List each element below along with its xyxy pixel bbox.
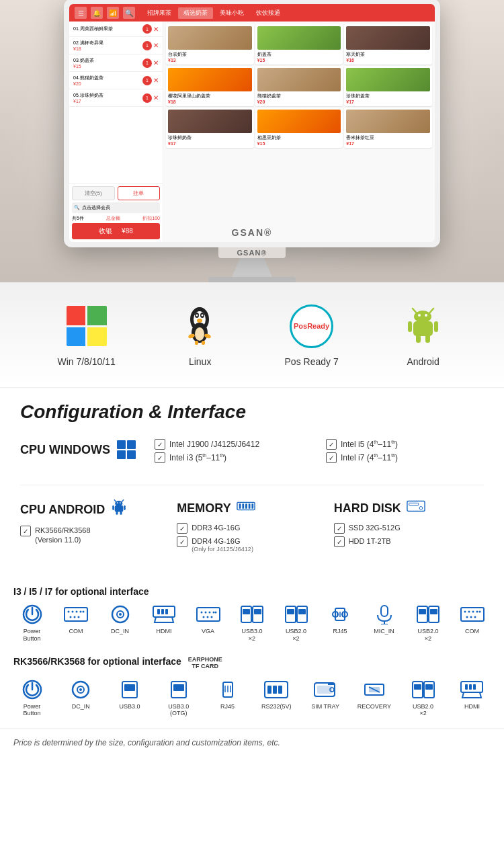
del-2[interactable]: ✕ <box>153 42 159 49</box>
memory-spec-icon <box>237 499 255 518</box>
svg-point-16 <box>418 314 421 317</box>
monitor-bottom-bar: GSAN® <box>218 247 286 258</box>
del-3[interactable]: ✕ <box>153 59 159 67</box>
cpu-windows-row: CPU WINDOWS ✓ Intel J1900 /J4125/J6412 ✓… <box>20 439 484 463</box>
memory-label: MEMORY <box>177 501 230 516</box>
os-section: Win 7/8/10/11 Linux PosRe <box>0 282 504 388</box>
product-5[interactable]: 熊猫奶盖茶 ¥20 <box>255 66 343 106</box>
rk-usb2-label: USB2.0×2 <box>413 703 433 718</box>
rk-interface-section: RK3566/RK3568 for optional interface EAR… <box>0 653 504 729</box>
i3-interface-title: I3 / I5 / I7 for optional interface <box>13 586 491 597</box>
svg-point-98 <box>474 616 476 618</box>
product-img-7 <box>168 110 252 133</box>
svg-rect-21 <box>416 335 421 343</box>
product-9[interactable]: 香米抹茶红豆 ¥17 <box>344 108 432 148</box>
svg-rect-18 <box>413 321 433 336</box>
footer-section: Price is determined by the size, configu… <box>0 728 504 757</box>
micin-icon <box>372 604 397 625</box>
product-img-3 <box>346 26 430 50</box>
wifi-icon[interactable]: 📶 <box>107 7 119 19</box>
del-1[interactable]: ✕ <box>153 26 159 33</box>
svg-rect-35 <box>242 503 244 508</box>
android-spec-item: ✓ RK3566/RK3568(Version 11.0) <box>20 526 170 545</box>
product-8[interactable]: 相思豆奶茶 ¥15 <box>255 108 343 148</box>
product-list: 台农奶茶 ¥13 奶盖茶 ¥15 寒天奶茶 <box>163 22 435 151</box>
tab-snacks[interactable]: 美味小吃 <box>214 7 249 19</box>
svg-point-48 <box>80 610 82 612</box>
order-item-3[interactable]: 03.奶盖茶¥15 1 ✕ <box>69 54 163 72</box>
usb2-label-2: USB2.0×2 <box>417 628 438 643</box>
svg-rect-34 <box>239 503 241 508</box>
order-item-2[interactable]: 02.满杯奇异果¥18 1 ✕ <box>69 37 163 54</box>
clear-btn[interactable]: 清空(5) <box>72 186 115 200</box>
iface-hdmi-1: HDMI <box>146 604 183 635</box>
rk-recovery-label: RECOVERY <box>358 703 391 710</box>
rk-iface-usb3-otg: USB3.0(OTG) <box>160 679 197 718</box>
i3-interface-section: I3 / I5 / I7 for optional interface Powe… <box>0 579 504 653</box>
svg-rect-38 <box>251 503 253 508</box>
product-4[interactable]: 樱花阿里里山奶盖茶 ¥18 <box>166 66 254 106</box>
svg-rect-107 <box>173 684 184 691</box>
product-3[interactable]: 寒天奶茶 ¥16 <box>344 24 432 65</box>
svg-rect-12 <box>202 341 205 345</box>
svg-point-41 <box>419 506 423 509</box>
os-posready: PosReady Pos Ready 7 <box>285 302 339 367</box>
product-img-9 <box>346 110 430 133</box>
search-icon[interactable]: 🔍 <box>123 7 135 19</box>
monitor-foot <box>208 277 296 282</box>
svg-point-96 <box>466 616 468 618</box>
rk-iface-rs232: RS232(5V) <box>258 679 295 710</box>
menu-icon[interactable]: ☰ <box>75 7 87 19</box>
check-ddr4: ✓ <box>177 536 187 547</box>
rk-usb3-otg-label: USB3.0(OTG) <box>168 703 189 718</box>
hard-disk-label: HARD DISK <box>334 501 401 516</box>
cpu-android-header: CPU ANDROID <box>20 499 170 520</box>
svg-rect-37 <box>248 503 250 508</box>
hard-disk-col: HARD DISK ✓ SSD 32G-512G ✓ HDD 1T-2TB <box>334 499 484 557</box>
svg-point-50 <box>70 616 72 618</box>
svg-point-8 <box>195 327 204 341</box>
order-item-5[interactable]: 05.珍珠鲜奶茶¥17 1 ✕ <box>69 89 163 107</box>
windows-spec-icon <box>116 439 137 460</box>
product-7[interactable]: 珍珠鲜奶茶 ¥17 <box>166 108 254 148</box>
del-5[interactable]: ✕ <box>153 94 159 101</box>
svg-point-95 <box>478 610 480 612</box>
footer-text: Price is determined by the size, configu… <box>13 738 280 747</box>
bell-icon[interactable]: 🔔 <box>91 7 103 19</box>
hard-disk-header: HARD DISK <box>334 499 484 518</box>
hdmi-icon-1 <box>151 604 177 625</box>
ddr3-spec: ✓ DDR3 4G-16G <box>177 523 327 534</box>
earphone-label: EARPHONE <box>188 656 222 663</box>
svg-rect-11 <box>195 341 198 345</box>
svg-rect-39 <box>407 501 425 512</box>
pos-body: 01.周菜西柚鲜果茶 1 ✕ 02.满杯奇异果¥18 1 ✕ <box>69 22 435 242</box>
member-input[interactable]: 🔍点击选择会员 <box>72 202 160 213</box>
rj45-icon-1 <box>327 604 353 625</box>
tab-drinks[interactable]: 饮饮辣通 <box>251 7 286 19</box>
rk-usb2-icon <box>411 679 436 700</box>
product-6[interactable]: 珍珠奶盖茶 ¥17 <box>344 66 432 106</box>
svg-rect-36 <box>245 503 247 508</box>
product-1[interactable]: 台农奶茶 ¥13 <box>166 24 254 65</box>
svg-rect-113 <box>267 686 271 694</box>
cpu-windows-label: CPU WINDOWS <box>20 443 110 457</box>
pos-product-grid: 台农奶茶 ¥13 奶盖茶 ¥15 寒天奶茶 <box>163 22 435 242</box>
hang-btn[interactable]: 挂单 <box>118 186 161 200</box>
svg-point-47 <box>76 610 78 612</box>
order-item-1[interactable]: 01.周菜西柚鲜果茶 1 ✕ <box>69 22 163 37</box>
tab-milk-tea[interactable]: 精选奶茶 <box>178 7 213 19</box>
pay-btn[interactable]: 收银 ¥88 <box>72 223 160 239</box>
svg-point-26 <box>117 502 118 503</box>
product-2[interactable]: 奶盖茶 ¥15 <box>255 24 343 65</box>
svg-rect-22 <box>425 335 430 343</box>
tfcard-label: TF CARD <box>192 663 219 669</box>
pos-order-list: 01.周菜西柚鲜果茶 1 ✕ 02.满杯奇异果¥18 1 ✕ <box>69 22 163 242</box>
cpu-android-col: CPU ANDROID <box>20 499 170 557</box>
micin-label: MIC_IN <box>374 628 394 635</box>
del-4[interactable]: ✕ <box>153 77 159 84</box>
svg-point-55 <box>119 613 122 616</box>
svg-point-68 <box>210 616 212 618</box>
tab-fruit-tea[interactable]: 招牌果茶 <box>142 7 177 19</box>
qty-2: 1 <box>142 41 152 50</box>
order-item-4[interactable]: 04.熊猫奶盖茶¥20 1 ✕ <box>69 72 163 89</box>
